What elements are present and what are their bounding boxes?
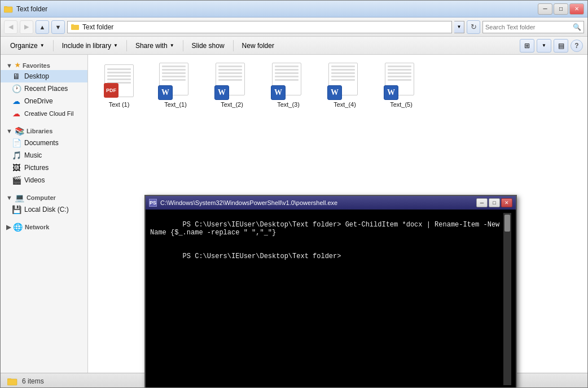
ps-minimize-button[interactable]: ─ (476, 198, 488, 207)
organize-label: Organize (10, 42, 38, 50)
title-bar: Text folder ─ □ ✕ (1, 1, 587, 18)
view-dropdown-button[interactable]: ▼ (537, 39, 551, 53)
search-input[interactable] (485, 24, 571, 30)
view-button[interactable]: ⊞ (520, 39, 534, 53)
powershell-window: PS C:\Windows\System32\WindowsPowerShell… (144, 195, 517, 388)
file-label-text_4: Text_(4) (334, 101, 356, 108)
search-box: 🔍 (482, 21, 584, 33)
ps-window-icon: PS (149, 199, 157, 207)
word-icon-2: W (216, 63, 248, 99)
sidebar-item-videos[interactable]: 🎬 Videos (1, 174, 87, 186)
file-item-text_4[interactable]: W Text_(4) (319, 60, 370, 110)
file-item-text1[interactable]: PDF Text (1) (94, 60, 144, 110)
view-dropdown-icon: ▼ (542, 43, 546, 48)
pdf-icon-container: PDF (104, 64, 134, 97)
preview-icon: ▤ (558, 42, 564, 50)
favorites-chevron: ▼ (6, 62, 12, 69)
word-icon-1: W (159, 63, 192, 99)
svg-rect-6 (7, 378, 11, 380)
network-section[interactable]: ▶ 🌐 Network (1, 220, 87, 233)
word-badge-3: W (271, 85, 286, 100)
back-button[interactable]: ◀ (4, 20, 17, 34)
main-content: ▼ ★ Favorites 🖥 Desktop 🕐 Recent Places … (1, 55, 587, 373)
sidebar-item-onedrive[interactable]: ☁ OneDrive (1, 95, 87, 107)
music-label: Music (24, 151, 42, 159)
file-item-text_5[interactable]: W Text_(5) (376, 60, 427, 110)
sidebar-item-recent-places[interactable]: 🕐 Recent Places (1, 82, 87, 95)
sidebar-item-local-disk[interactable]: 💾 Local Disk (C:) (1, 203, 87, 216)
sidebar-item-documents[interactable]: 📄 Documents (1, 137, 87, 149)
help-button[interactable]: ? (571, 40, 583, 52)
sidebar-item-pictures[interactable]: 🖼 Pictures (1, 162, 87, 174)
ps-line1: PS C:\Users\IEUser\Desktop\Text folder> … (150, 221, 499, 237)
window-title: Text folder (16, 5, 47, 13)
toolbar-separator-1 (53, 40, 54, 51)
toolbar-right: ⊞ ▼ ▤ ? (520, 39, 583, 53)
ps-close-button[interactable]: ✕ (501, 198, 512, 207)
folder-small-icon (71, 23, 80, 31)
view-icon: ⊞ (524, 42, 530, 50)
onedrive-label: OneDrive (24, 97, 53, 105)
favorites-label: Favorites (23, 62, 50, 69)
sidebar-divider-3 (1, 216, 87, 220)
computer-label: Computer (27, 194, 56, 201)
include-arrow: ▼ (113, 43, 118, 48)
sidebar-item-music[interactable]: 🎵 Music (1, 149, 87, 162)
share-with-button[interactable]: Share with ▼ (130, 38, 179, 53)
creative-cloud-icon: ☁ (12, 109, 21, 118)
file-icon-text_1: W (157, 63, 194, 99)
toolbar-separator-2 (126, 40, 127, 51)
sidebar-divider-2 (1, 186, 87, 191)
organize-button[interactable]: Organize ▼ (5, 38, 50, 53)
item-count: 6 items (22, 377, 44, 385)
videos-label: Videos (24, 176, 45, 184)
word-badge-2: W (214, 85, 229, 100)
share-with-label: Share with (135, 42, 168, 50)
word-icon-4: W (328, 63, 361, 99)
ps-text-area[interactable]: PS C:\Users\IEUser\Desktop\Text folder> … (150, 213, 500, 385)
file-item-text_3[interactable]: W Text_(3) (263, 60, 314, 110)
network-chevron: ▶ (6, 224, 11, 231)
up-button[interactable]: ▲ (36, 20, 49, 34)
sidebar-item-desktop[interactable]: 🖥 Desktop (1, 70, 87, 82)
ps-title-text: C:\Windows\System32\WindowsPowerShell\v1… (160, 199, 337, 206)
svg-rect-1 (4, 6, 7, 8)
network-label: Network (25, 224, 49, 230)
address-bar: ◀ ▶ ▲ ▼ Text folder ▼ ↻ 🔍 (1, 18, 587, 37)
ps-title-left: PS C:\Windows\System32\WindowsPowerShell… (149, 199, 337, 207)
favorites-section[interactable]: ▼ ★ Favorites (1, 59, 87, 70)
refresh-button[interactable]: ↻ (467, 20, 480, 34)
forward-button[interactable]: ▶ (20, 20, 33, 34)
slide-show-button[interactable]: Slide show (187, 38, 230, 53)
recent-button[interactable]: ▼ (51, 20, 65, 34)
address-dropdown[interactable]: ▼ (454, 21, 464, 33)
share-arrow: ▼ (170, 43, 174, 48)
ps-scrollbar[interactable] (503, 213, 511, 385)
file-icon-text_3: W (270, 63, 306, 99)
new-folder-label: New folder (242, 42, 274, 50)
new-folder-button[interactable]: New folder (237, 38, 279, 53)
word-badge-4: W (327, 85, 342, 100)
documents-icon: 📄 (12, 138, 21, 147)
close-button[interactable]: ✕ (569, 3, 584, 15)
file-item-text_2[interactable]: W Text_(2) (207, 60, 257, 110)
address-text: Text folder (82, 23, 113, 31)
pdf-badge: PDF (104, 83, 119, 98)
maximize-button[interactable]: □ (554, 3, 568, 15)
minimize-button[interactable]: ─ (538, 3, 552, 15)
include-library-button[interactable]: Include in library ▼ (57, 38, 123, 53)
libraries-section[interactable]: ▼ 📚 Libraries (1, 124, 87, 137)
recent-places-label: Recent Places (24, 85, 68, 93)
ps-maximize-button[interactable]: □ (489, 198, 500, 207)
computer-section[interactable]: ▼ 💻 Computer (1, 191, 87, 203)
file-icon-text_4: W (327, 63, 363, 99)
computer-chevron: ▼ (6, 194, 12, 201)
word-icon-5: W (385, 63, 418, 99)
file-label-text_1: Text_(1) (164, 101, 187, 108)
search-icon[interactable]: 🔍 (573, 23, 581, 31)
address-path[interactable]: Text folder (67, 21, 452, 33)
file-item-text_1[interactable]: W Text_(1) (150, 60, 201, 110)
preview-button[interactable]: ▤ (554, 39, 568, 53)
sidebar-item-creative-cloud[interactable]: ☁ Creative Cloud Fil (1, 107, 87, 120)
ps-scroll-thumb (504, 215, 510, 232)
